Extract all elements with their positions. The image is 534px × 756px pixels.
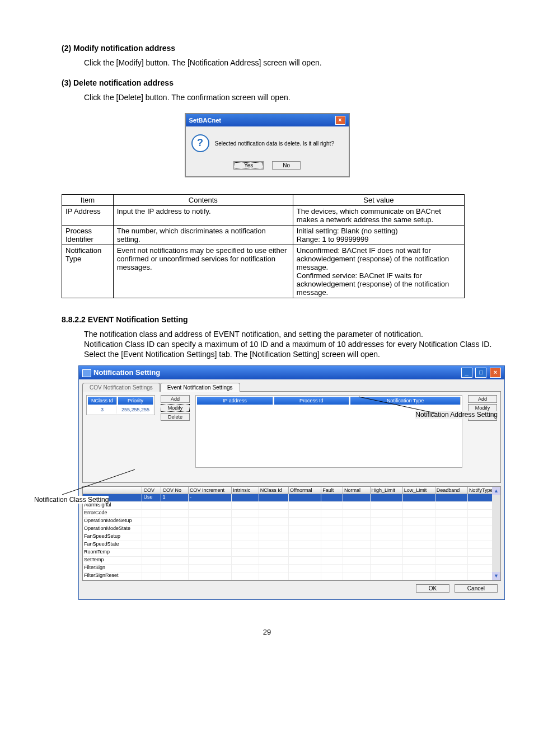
cell <box>232 557 259 564</box>
cell <box>259 541 289 548</box>
address-table[interactable]: IP address Process Id Notification Type <box>195 395 462 468</box>
cell: FanSpeedState <box>83 541 142 548</box>
cell <box>371 518 403 525</box>
cell <box>343 510 370 517</box>
tab-cov[interactable]: COV Notification Settings <box>82 383 160 392</box>
cell <box>259 502 289 509</box>
cell <box>403 510 435 517</box>
cell <box>403 541 435 548</box>
list-item[interactable]: AlarmSignal <box>83 502 500 510</box>
ok-button[interactable]: OK <box>416 584 449 593</box>
cell <box>435 541 468 548</box>
cell <box>371 549 403 556</box>
cell: - <box>189 494 232 501</box>
col <box>83 487 142 494</box>
cell <box>142 518 161 525</box>
cell <box>289 549 321 556</box>
cell <box>435 525 468 533</box>
table-row: Process Identifier The number, which dis… <box>62 226 465 245</box>
col: COV No <box>161 487 188 494</box>
list-item[interactable]: OperationModeSetup <box>83 518 500 525</box>
add-button[interactable]: Add <box>468 395 497 403</box>
cell <box>343 533 370 541</box>
tab-event[interactable]: Event Notification Settings <box>160 383 240 392</box>
cell <box>161 549 188 556</box>
cell: OperationModeState <box>83 525 142 533</box>
cell <box>435 549 468 556</box>
cell <box>142 502 161 509</box>
no-button[interactable]: No <box>272 161 301 170</box>
minimize-icon[interactable]: _ <box>461 368 472 378</box>
cell <box>435 502 468 509</box>
modify-button[interactable]: Modify <box>161 404 190 412</box>
cell <box>232 518 259 525</box>
list-item[interactable]: RoomTemp <box>83 549 500 557</box>
cell <box>289 557 321 564</box>
cell <box>161 525 188 533</box>
nclass-table[interactable]: NClass Id Priority 3 255,255,255 <box>86 395 155 415</box>
cell <box>289 565 321 572</box>
cell: Process Identifier <box>62 226 114 245</box>
cell <box>289 572 321 580</box>
cell <box>189 557 232 564</box>
cell <box>403 533 435 541</box>
text-event-a: The notification class and address of EV… <box>84 330 506 339</box>
dialog-title: SetBACnet <box>189 117 221 124</box>
cell <box>403 502 435 509</box>
cell[interactable]: 255,255,255 <box>118 406 153 414</box>
maximize-icon[interactable]: □ <box>475 368 486 378</box>
delete-button[interactable]: Delete <box>161 413 190 421</box>
list-item[interactable]: FanSpeedState <box>83 541 500 549</box>
scrollbar[interactable]: ▲ ▼ <box>492 487 500 580</box>
col: NClass Id <box>259 487 289 494</box>
cell <box>343 572 370 580</box>
notification-setting-window: Notification Setting _ □ × COV Notificat… <box>78 365 505 600</box>
cell <box>289 533 321 541</box>
list-item[interactable]: FilterSign <box>83 565 500 572</box>
list-item[interactable]: Use 1 - <box>83 494 500 502</box>
list-header: COV COV No COV Increment Intrinsic NClas… <box>83 487 500 494</box>
text-delete: Click the [Delete] button. The confirmat… <box>84 93 506 102</box>
window-title: Notification Setting <box>93 368 160 377</box>
cell <box>161 510 188 517</box>
cell <box>142 533 161 541</box>
cell: ErrorCode <box>83 510 142 517</box>
cell <box>371 565 403 572</box>
cell <box>161 518 188 525</box>
close-icon[interactable]: × <box>490 368 501 378</box>
cell <box>435 557 468 564</box>
cell: FilterSignReset <box>83 572 142 580</box>
cell <box>371 541 403 548</box>
add-button[interactable]: Add <box>161 395 190 403</box>
list-item[interactable]: SetTemp <box>83 557 500 565</box>
col: COV Increment <box>189 487 232 494</box>
cell <box>232 541 259 548</box>
cell <box>161 557 188 564</box>
cell <box>403 518 435 525</box>
confirm-dialog: SetBACnet × ? Selected notification data… <box>185 113 350 177</box>
scroll-up-icon[interactable]: ▲ <box>492 487 500 495</box>
cell[interactable]: 3 <box>88 406 117 414</box>
cell <box>232 502 259 509</box>
list-item[interactable]: FanSpeedSetup <box>83 533 500 541</box>
cancel-button[interactable]: Cancel <box>455 584 498 593</box>
list-item[interactable]: OperationModeState <box>83 525 500 533</box>
col: Normal <box>343 487 370 494</box>
event-param-list[interactable]: COV COV No COV Increment Intrinsic NClas… <box>82 486 501 581</box>
spec-table: Item Contents Set value IP Address Input… <box>62 194 465 298</box>
col-nclass: NClass Id <box>88 397 117 405</box>
scroll-down-icon[interactable]: ▼ <box>492 572 500 580</box>
close-icon[interactable]: × <box>335 116 345 125</box>
cell: Event not notifications may be specified… <box>113 245 293 298</box>
col: Low_Limit <box>403 487 435 494</box>
cell <box>289 541 321 548</box>
yes-button[interactable]: Yes <box>233 161 264 170</box>
cell: Initial setting: Blank (no setting) Rang… <box>293 226 464 245</box>
list-item[interactable]: FilterSignReset <box>83 572 500 580</box>
cell <box>142 510 161 517</box>
list-item[interactable]: ErrorCode <box>83 510 500 518</box>
heading-event: 8.8.2.2 EVENT Notification Setting <box>62 315 506 324</box>
cell <box>142 572 161 580</box>
col: COV <box>142 487 161 494</box>
cell <box>321 565 343 572</box>
